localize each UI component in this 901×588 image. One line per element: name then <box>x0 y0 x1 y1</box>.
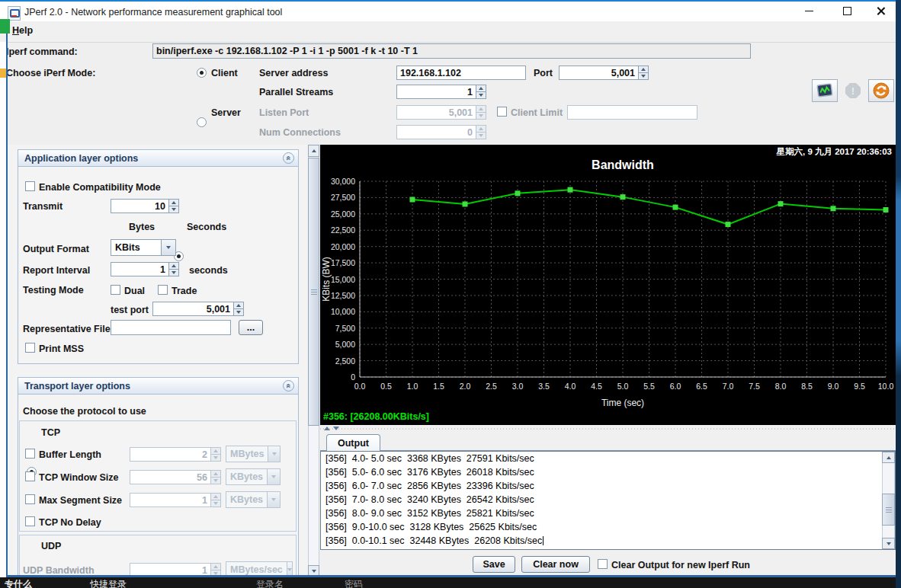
output-console[interactable]: [356] 4.0- 5.0 sec 3368 KBytes 27591 Kbi… <box>320 451 896 550</box>
port-spin-up[interactable] <box>638 66 649 73</box>
num-connections-spinner[interactable]: 0 <box>396 125 486 139</box>
server-radio[interactable] <box>197 117 207 127</box>
mss-spin-up[interactable] <box>210 493 221 500</box>
down-arrow-icon <box>172 208 176 211</box>
compatibility-mode-checkbox[interactable] <box>25 181 35 191</box>
clear-output-checkbox[interactable] <box>598 559 608 569</box>
iperf-command-field[interactable]: bin/iperf.exe -c 192.168.1.102 -P 1 -i 1… <box>152 43 751 59</box>
maximize-button[interactable] <box>829 0 864 21</box>
console-scroll-down[interactable] <box>882 538 895 549</box>
down-arrow-icon <box>172 271 176 274</box>
interval-spin-down[interactable] <box>168 270 179 276</box>
server-address-field[interactable]: 192.168.1.102 <box>396 66 526 80</box>
client-radio[interactable] <box>197 68 207 78</box>
scrollbar-thumb[interactable] <box>308 158 319 426</box>
close-button[interactable] <box>863 0 898 21</box>
buffer-spin-down[interactable] <box>210 455 221 462</box>
transmit-spin-up[interactable] <box>168 199 179 206</box>
buffer-length-unit-combo[interactable]: MBytes <box>226 446 281 462</box>
mss-spin-down[interactable] <box>210 500 221 507</box>
combo-dropdown-button[interactable] <box>161 239 176 256</box>
print-mss-checkbox[interactable] <box>25 343 35 353</box>
num-connections-value: 0 <box>396 125 476 139</box>
console-scroll-up[interactable] <box>882 452 895 463</box>
window-spin-down[interactable] <box>210 478 221 484</box>
tcp-label: TCP <box>41 427 60 438</box>
collapse-icon[interactable]: « <box>283 380 294 391</box>
interval-spin-up[interactable] <box>168 262 179 270</box>
combo-dropdown-button[interactable] <box>268 446 281 462</box>
svg-text:8.5: 8.5 <box>801 382 813 391</box>
transmit-spin-down[interactable] <box>168 206 179 213</box>
clear-now-button[interactable]: Clear now <box>521 556 590 573</box>
tcp-window-unit-combo[interactable]: KBytes <box>226 468 281 485</box>
listen-spin-up[interactable] <box>476 105 486 113</box>
streams-spin-up[interactable] <box>476 85 486 92</box>
streams-spin-down[interactable] <box>476 92 486 99</box>
buffer-length-checkbox[interactable] <box>25 449 35 459</box>
test-port-spinner[interactable]: 5,001 <box>152 302 244 316</box>
svg-text:5.5: 5.5 <box>643 382 655 391</box>
buffer-length-spinner[interactable]: 2 <box>130 447 221 462</box>
split-down-icon[interactable] <box>333 427 339 430</box>
down-arrow-icon <box>213 479 218 482</box>
transmit-label: Transmit <box>23 201 63 212</box>
svg-text:7.0: 7.0 <box>723 382 734 391</box>
browse-file-button[interactable]: ... <box>239 320 263 335</box>
console-scrollbar-thumb[interactable] <box>882 494 895 526</box>
client-limit-checkbox[interactable] <box>497 107 507 117</box>
save-button[interactable]: Save <box>473 556 515 573</box>
udpbw-spin-up[interactable] <box>210 563 221 570</box>
transport-layer-header[interactable]: Transport layer options « <box>18 378 298 395</box>
collapse-icon[interactable]: « <box>283 152 294 164</box>
tcp-no-delay-checkbox[interactable] <box>25 516 35 526</box>
max-segment-checkbox[interactable] <box>25 494 35 504</box>
menu-help[interactable]: Help <box>12 25 33 36</box>
up-arrow-icon <box>172 201 176 204</box>
scroll-up-button[interactable] <box>308 145 319 157</box>
buffer-length-value: 2 <box>130 447 210 462</box>
conn-spin-down[interactable] <box>476 133 486 139</box>
port-spin-down[interactable] <box>638 73 649 80</box>
svg-text:6.5: 6.5 <box>696 382 707 391</box>
tcp-window-spinner[interactable]: 56 <box>130 470 221 484</box>
combo-dropdown-button[interactable] <box>267 491 281 508</box>
max-segment-spinner[interactable]: 1 <box>130 493 221 507</box>
combo-dropdown-button[interactable] <box>267 468 281 485</box>
svg-text:9.0: 9.0 <box>828 382 839 391</box>
dual-checkbox[interactable] <box>111 285 120 295</box>
transmit-spinner[interactable]: 10 <box>111 199 179 213</box>
server-address-value: 192.168.1.102 <box>400 68 461 78</box>
parallel-streams-spinner[interactable]: 1 <box>396 85 486 99</box>
print-mss-label: Print MSS <box>39 344 84 354</box>
run-iperf-button[interactable] <box>812 79 838 102</box>
trade-checkbox[interactable] <box>158 285 168 295</box>
conn-spin-up[interactable] <box>476 125 486 133</box>
udp-label: UDP <box>41 541 61 551</box>
output-format-combo[interactable]: KBits <box>111 239 176 256</box>
down-arrow-icon <box>312 570 316 573</box>
representative-file-field[interactable] <box>111 320 231 335</box>
stop-iperf-button[interactable]: ! <box>840 79 866 102</box>
split-divider[interactable] <box>320 425 896 433</box>
listen-spin-down[interactable] <box>476 113 486 120</box>
clear-now-label: Clear now <box>533 559 579 570</box>
tab-output[interactable]: Output <box>326 434 380 452</box>
port-spinner[interactable]: 5,001 <box>559 66 649 80</box>
action-bar <box>320 550 896 577</box>
minimize-button[interactable] <box>791 0 826 21</box>
window-spin-up[interactable] <box>210 470 221 478</box>
buffer-spin-up[interactable] <box>210 447 221 455</box>
report-interval-unit: seconds <box>189 265 228 276</box>
application-layer-header[interactable]: Application layer options « <box>18 150 298 167</box>
max-segment-unit-combo[interactable]: KBytes <box>226 491 281 508</box>
split-up-icon[interactable] <box>324 427 330 430</box>
tcp-window-checkbox[interactable] <box>25 471 35 481</box>
report-interval-spinner[interactable]: 1 <box>111 262 179 276</box>
listen-port-spinner[interactable]: 5,001 <box>396 105 486 120</box>
testport-spin-down[interactable] <box>233 309 244 316</box>
stop-icon: ! <box>845 83 861 98</box>
restart-iperf-button[interactable] <box>868 79 894 102</box>
client-limit-field[interactable] <box>567 105 697 120</box>
testport-spin-up[interactable] <box>233 302 244 309</box>
